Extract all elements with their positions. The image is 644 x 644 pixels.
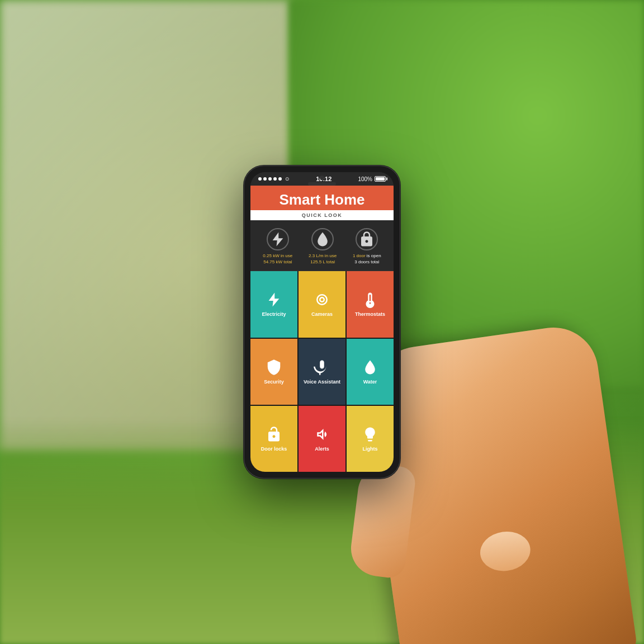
thermometer-icon bbox=[362, 291, 378, 308]
grid-label-water: Water bbox=[363, 379, 377, 385]
bolt-icon bbox=[266, 291, 282, 308]
stat-circle-doors bbox=[356, 228, 378, 250]
subtitle-bar: QUICK LOOK bbox=[250, 210, 394, 220]
stat-water[interactable]: 2.3 L/m in use 125.5 L total bbox=[309, 228, 337, 265]
phone-wrapper: ⊙ 10:12 100% Smart Home QUICK LOOK bbox=[244, 165, 400, 479]
wifi-icon: ⊙ bbox=[285, 176, 290, 182]
grid-label-electricity: Electricity bbox=[262, 311, 286, 317]
phone-speaker bbox=[308, 182, 336, 186]
grid-item-cameras[interactable]: Cameras bbox=[299, 271, 345, 337]
bolt-icon-stat bbox=[269, 231, 286, 248]
stat-text-electricity: 0.25 kW in use 54.75 kW total bbox=[263, 253, 292, 265]
battery-fill bbox=[376, 177, 385, 181]
stat-electricity-line2: 54.75 kW total bbox=[263, 259, 292, 265]
bulb-icon bbox=[362, 426, 378, 443]
signal-dot-5 bbox=[278, 177, 282, 181]
water-icon-stat bbox=[314, 231, 331, 248]
grid-item-thermostats[interactable]: Thermostats bbox=[347, 271, 394, 337]
grid-item-water[interactable]: Water bbox=[347, 339, 394, 405]
hand-base bbox=[359, 322, 638, 644]
stat-electricity-line1: 0.25 kW in use bbox=[263, 253, 292, 259]
grid-item-security[interactable]: Security bbox=[250, 339, 297, 405]
phone-screen: ⊙ 10:12 100% Smart Home QUICK LOOK bbox=[250, 172, 394, 472]
grid-label-voice-assistant: Voice Assistant bbox=[304, 379, 340, 385]
stat-water-line2: 125.5 L total bbox=[309, 259, 337, 265]
stat-electricity[interactable]: 0.25 kW in use 54.75 kW total bbox=[263, 228, 292, 265]
stat-water-line1: 2.3 L/m in use bbox=[309, 253, 337, 259]
stat-doors-line1: 1 door is open bbox=[353, 253, 381, 259]
fingertip bbox=[477, 528, 533, 574]
app-title: Smart Home bbox=[256, 192, 388, 207]
grid-item-door-locks[interactable]: Door locks bbox=[250, 406, 297, 472]
signal-dots: ⊙ bbox=[258, 176, 290, 182]
grid-item-voice-assistant[interactable]: Voice Assistant bbox=[299, 339, 345, 405]
stat-text-water: 2.3 L/m in use 125.5 L total bbox=[309, 253, 337, 265]
grid-item-lights[interactable]: Lights bbox=[347, 406, 394, 472]
phone-device: ⊙ 10:12 100% Smart Home QUICK LOOK bbox=[244, 165, 400, 479]
signal-dot-2 bbox=[263, 177, 267, 181]
grid-label-door-locks: Door locks bbox=[261, 446, 287, 452]
water-drop-icon bbox=[362, 359, 378, 376]
svg-point-2 bbox=[321, 299, 324, 301]
stat-doors-line2: 3 doors total bbox=[353, 259, 381, 265]
grid-item-alerts[interactable]: Alerts bbox=[299, 406, 345, 472]
app-header: Smart Home QUICK LOOK bbox=[250, 186, 394, 220]
status-right: 100% bbox=[358, 176, 386, 182]
grid-label-cameras: Cameras bbox=[311, 311, 333, 317]
shield-icon bbox=[266, 359, 282, 376]
lock-icon-stat bbox=[358, 231, 375, 248]
grid-label-security: Security bbox=[264, 379, 284, 385]
quick-stats: 0.25 kW in use 54.75 kW total 2.3 L/m in… bbox=[250, 220, 394, 271]
speaker-icon bbox=[314, 426, 330, 443]
stat-circle-water bbox=[311, 228, 334, 250]
app-subtitle: QUICK LOOK bbox=[253, 212, 391, 218]
microphone-icon bbox=[314, 359, 330, 376]
grid-label-lights: Lights bbox=[363, 446, 378, 452]
grid-label-thermostats: Thermostats bbox=[355, 311, 385, 317]
phone-camera bbox=[320, 176, 324, 180]
grid-label-alerts: Alerts bbox=[315, 446, 329, 452]
signal-dot-1 bbox=[258, 177, 262, 181]
signal-dot-4 bbox=[273, 177, 277, 181]
battery-icon bbox=[375, 176, 386, 182]
stat-text-doors: 1 door is open 3 doors total bbox=[353, 253, 381, 265]
lock-open-icon bbox=[266, 426, 282, 443]
stat-doors[interactable]: 1 door is open 3 doors total bbox=[353, 228, 381, 265]
app-grid: Electricity Cameras bbox=[250, 271, 394, 472]
signal-dot-3 bbox=[268, 177, 272, 181]
scene: ⊙ 10:12 100% Smart Home QUICK LOOK bbox=[0, 0, 644, 644]
stat-circle-electricity bbox=[267, 228, 289, 250]
grid-item-electricity[interactable]: Electricity bbox=[250, 271, 297, 337]
battery-percent: 100% bbox=[358, 176, 372, 182]
camera-icon bbox=[314, 291, 330, 308]
